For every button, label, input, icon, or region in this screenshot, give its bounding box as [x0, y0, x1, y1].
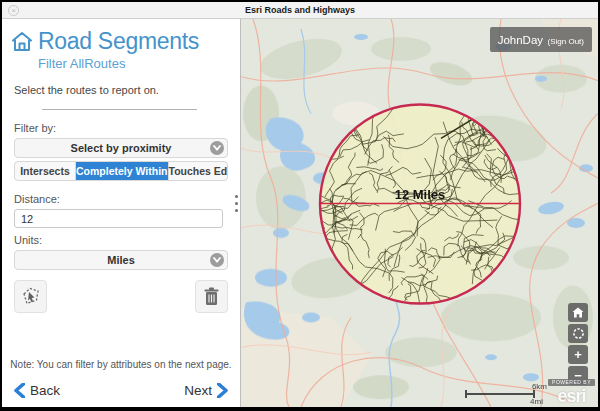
map-home-button[interactable]	[568, 303, 588, 322]
proximity-dropdown-value: Select by proximity	[71, 142, 172, 154]
chevron-down-icon	[210, 141, 224, 155]
window-titlebar: × Esri Roads and Highways	[2, 2, 598, 19]
units-label: Units:	[14, 234, 240, 246]
next-button[interactable]: Next	[184, 383, 228, 398]
distance-input[interactable]	[14, 209, 223, 228]
close-icon[interactable]: ×	[8, 5, 19, 16]
locate-button[interactable]	[568, 324, 588, 343]
user-name: JohnDay	[498, 34, 543, 46]
spatial-mode-segmented-control: Intersects Completely Within Touches Edg…	[14, 161, 228, 181]
window-title: Esri Roads and Highways	[245, 5, 355, 15]
user-badge[interactable]: JohnDay (Sign Out)	[490, 27, 592, 52]
basemap: 12 Miles	[241, 19, 598, 407]
back-button[interactable]: Back	[14, 383, 60, 398]
map-home-icon	[572, 307, 584, 318]
panel-resize-handle[interactable]	[232, 195, 240, 212]
units-dropdown-value: Miles	[107, 254, 135, 266]
draw-selection-area-button[interactable]	[14, 280, 47, 313]
selection-radius-label: 12 Miles	[395, 187, 446, 202]
chevron-down-icon	[210, 253, 224, 267]
segment-completely-within[interactable]: Completely Within	[76, 162, 169, 180]
tool-row	[14, 280, 228, 313]
delete-selection-button[interactable]	[195, 280, 228, 313]
panel-footer: Back Next	[14, 383, 228, 398]
distance-label: Distance:	[14, 193, 240, 205]
locate-icon	[572, 327, 585, 340]
esri-logo: POWERED BY esri	[548, 371, 595, 405]
back-label: Back	[30, 383, 60, 398]
map[interactable]: 12 Miles JohnDay (Sign Out) + −	[241, 19, 598, 407]
app-window: × Esri Roads and Highways Road Segments …	[2, 2, 598, 407]
zoom-in-button[interactable]: +	[568, 345, 588, 364]
filter-by-label: Filter by:	[14, 122, 240, 134]
sign-out-link[interactable]: (Sign Out)	[548, 37, 584, 46]
esri-brand-label: esri	[558, 386, 586, 406]
note-text: Note: You can filter by attributes on th…	[2, 359, 240, 370]
chevron-left-icon	[14, 383, 25, 398]
scalebar-imperial-label: 4mi	[530, 397, 543, 406]
scalebar: 6km 4mi	[465, 381, 547, 407]
units-dropdown[interactable]: Miles	[14, 250, 228, 270]
instruction-text: Select the routes to report on.	[14, 84, 240, 96]
panel-subtitle: Filter AllRoutes	[38, 56, 240, 71]
filter-panel: Road Segments Filter AllRoutes Select th…	[2, 19, 241, 407]
divider	[42, 109, 197, 110]
next-label: Next	[184, 383, 212, 398]
proximity-dropdown[interactable]: Select by proximity	[14, 138, 228, 158]
draw-polygon-icon	[20, 286, 41, 307]
panel-header: Road Segments	[11, 28, 240, 55]
page-title: Road Segments	[38, 28, 199, 55]
segment-intersects[interactable]: Intersects	[15, 162, 76, 180]
trash-icon	[202, 286, 221, 307]
chevron-right-icon	[217, 383, 228, 398]
powered-by-label: POWERED BY	[548, 379, 595, 386]
home-icon	[11, 31, 33, 53]
scalebar-line	[465, 393, 535, 395]
segment-touches-edge[interactable]: Touches Edge	[169, 162, 229, 180]
